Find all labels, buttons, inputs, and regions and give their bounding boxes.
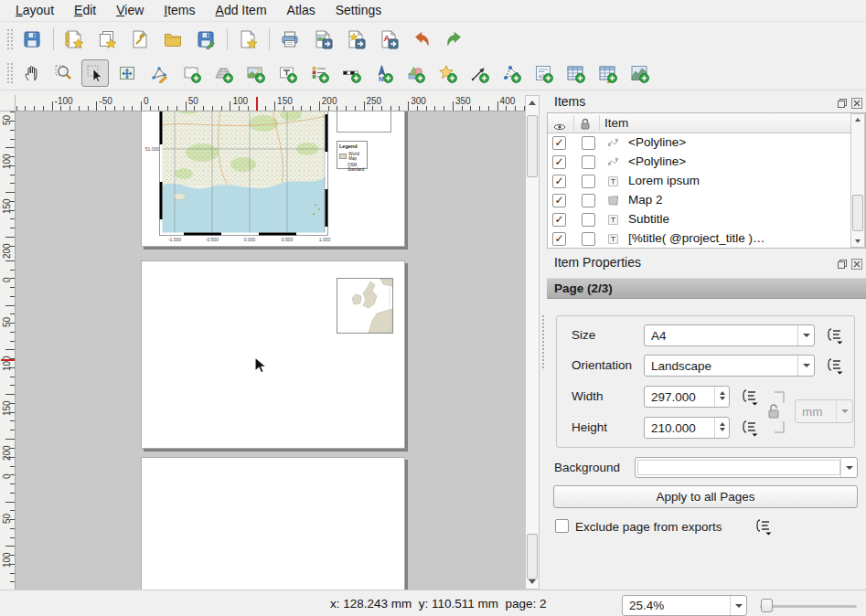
add-elevation-profile-button[interactable] — [625, 59, 653, 87]
map-1-item[interactable] — [144, 112, 332, 242]
undo-button[interactable] — [407, 25, 436, 54]
add-north-arrow-button[interactable]: N — [369, 59, 397, 87]
export-pdf-button[interactable]: A — [374, 25, 403, 54]
units-combo[interactable]: mm — [795, 399, 853, 423]
exclude-override-icon[interactable] — [752, 517, 774, 536]
page-1[interactable]: Legend World Map OSM Standard -1.000-0.5… — [141, 112, 405, 247]
items-scrollbar[interactable] — [850, 113, 865, 248]
zoom-level-combo[interactable]: 25.4% — [622, 595, 747, 616]
menu-settings[interactable]: Settings — [326, 0, 392, 21]
menu-add-item[interactable]: Add Item — [206, 0, 277, 21]
move-item-content-button[interactable] — [113, 59, 141, 87]
scrollbar-thumb[interactable] — [527, 115, 538, 177]
width-spinbox[interactable]: 297.000 — [644, 386, 730, 408]
add-map-button[interactable] — [177, 59, 205, 87]
spin-arrows-icon[interactable] — [714, 387, 729, 407]
add-scalebar-button[interactable] — [337, 59, 365, 87]
menu-edit[interactable]: Edit — [64, 0, 106, 21]
scrollbar-thumb-lower[interactable] — [527, 534, 538, 579]
menu-items[interactable]: Items — [154, 0, 205, 21]
lock-checkbox[interactable] — [582, 232, 595, 246]
table-row[interactable]: ✓Lorem ipsum — [548, 172, 850, 191]
add-arrow-button[interactable] — [465, 59, 493, 87]
layout-canvas[interactable]: Legend World Map OSM Standard -1.000-0.5… — [16, 112, 525, 589]
apply-to-all-pages-button[interactable]: Apply to all Pages — [553, 485, 858, 508]
lock-checkbox[interactable] — [582, 155, 595, 169]
add-attribute-table-button[interactable] — [561, 59, 589, 87]
background-color-button[interactable] — [635, 457, 858, 478]
visibility-checkbox[interactable]: ✓ — [552, 213, 566, 227]
zoom-button[interactable] — [49, 59, 77, 87]
visibility-checkbox[interactable]: ✓ — [552, 136, 566, 150]
table-row[interactable]: ✓Subtitle — [548, 210, 850, 229]
add-html-button[interactable]: </> — [529, 59, 557, 87]
dock-splitter[interactable] — [540, 95, 547, 589]
float-panel-icon[interactable] — [837, 257, 848, 273]
lock-checkbox[interactable] — [582, 213, 595, 227]
legend-item[interactable]: Legend World Map OSM Standard — [337, 141, 368, 169]
visibility-checkbox[interactable]: ✓ — [552, 175, 566, 188]
print-button[interactable] — [275, 25, 305, 54]
new-layout-button[interactable] — [59, 25, 89, 54]
menu-layout[interactable]: Layout — [5, 0, 64, 21]
orientation-override-icon[interactable] — [823, 356, 845, 375]
redo-button[interactable] — [440, 25, 469, 54]
spin-arrows-icon[interactable] — [714, 418, 729, 438]
size-override-icon[interactable] — [823, 326, 845, 345]
zoom-slider-track[interactable] — [760, 605, 857, 608]
items-table[interactable]: Item ✓<Polyline>✓<Polyline>✓Lorem ipsum✓… — [547, 112, 866, 249]
zoom-slider-handle[interactable] — [761, 599, 773, 612]
toolbar-separator — [227, 28, 228, 50]
link-lock-icon[interactable] — [767, 385, 791, 443]
export-image-button[interactable] — [308, 25, 337, 54]
lock-checkbox[interactable] — [582, 136, 595, 150]
float-panel-icon[interactable] — [837, 96, 848, 112]
load-from-template-button[interactable] — [158, 25, 187, 54]
add-node-item-button[interactable] — [497, 59, 525, 87]
table-row[interactable]: ✓Map 2 — [548, 191, 850, 210]
layout-manager-button[interactable] — [125, 25, 155, 54]
toolbar-drag-handle[interactable] — [5, 27, 13, 51]
orientation-combo[interactable]: Landscape — [644, 355, 815, 377]
table-row[interactable]: ✓[%title( @project_title )… — [548, 229, 850, 249]
page-3[interactable] — [141, 457, 405, 589]
empty-label-frame[interactable] — [337, 112, 391, 133]
add-picture-button[interactable] — [241, 59, 269, 87]
height-override-icon[interactable] — [738, 419, 760, 437]
lock-checkbox[interactable] — [582, 194, 595, 207]
table-row[interactable]: ✓<Polyline> — [548, 153, 850, 172]
save-project-button[interactable] — [17, 25, 47, 54]
pan-button[interactable] — [17, 59, 45, 87]
visibility-checkbox[interactable]: ✓ — [552, 194, 566, 207]
add-legend-button[interactable] — [305, 59, 333, 87]
canvas-vertical-scrollbar[interactable] — [525, 95, 540, 589]
visibility-checkbox[interactable]: ✓ — [552, 232, 566, 246]
select-move-item-button[interactable] — [81, 59, 109, 87]
scroll-up-button[interactable] — [526, 96, 539, 110]
add-shape-button[interactable] — [401, 59, 429, 87]
visibility-checkbox[interactable]: ✓ — [552, 155, 566, 169]
add-fixed-table-button[interactable] — [593, 59, 621, 87]
menu-view[interactable]: View — [106, 0, 154, 21]
height-spinbox[interactable]: 210.000 — [644, 417, 730, 439]
lock-checkbox[interactable] — [582, 175, 595, 188]
map-2-item[interactable] — [337, 278, 393, 334]
table-row[interactable]: ✓<Polyline> — [548, 133, 850, 153]
add-items-from-template-button[interactable] — [233, 25, 262, 54]
toolbar-drag-handle[interactable] — [5, 61, 13, 85]
add-3d-map-button[interactable] — [209, 59, 237, 87]
edit-nodes-button[interactable] — [145, 59, 173, 87]
exclude-page-checkbox[interactable] — [555, 519, 569, 533]
close-panel-icon[interactable] — [851, 96, 862, 112]
duplicate-layout-button[interactable] — [92, 25, 122, 54]
scroll-down-button[interactable] — [526, 575, 539, 589]
size-combo[interactable]: A4 — [644, 324, 815, 346]
page-2[interactable] — [141, 260, 405, 449]
width-override-icon[interactable] — [738, 388, 760, 406]
menu-atlas[interactable]: Atlas — [277, 0, 326, 21]
add-label-button[interactable] — [273, 59, 301, 87]
close-panel-icon[interactable] — [851, 257, 862, 273]
save-as-template-button[interactable] — [191, 25, 220, 54]
add-marker-button[interactable] — [433, 59, 461, 87]
export-svg-button[interactable] — [341, 25, 370, 54]
